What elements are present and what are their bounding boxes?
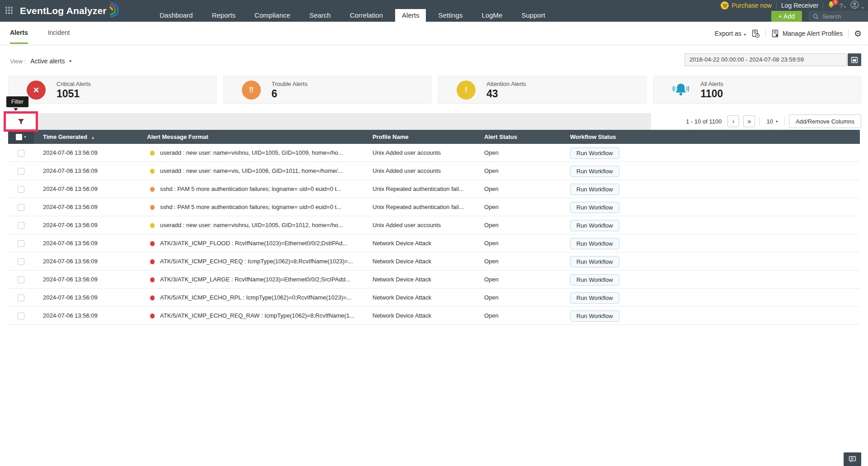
- table-row[interactable]: 2024-07-06 13:56:09 sshd : PAM 5 more au…: [8, 198, 860, 216]
- nav-item-correlation[interactable]: Correlation: [343, 9, 390, 22]
- next-page-button[interactable]: ›: [727, 115, 739, 127]
- row-checkbox[interactable]: [18, 150, 24, 157]
- export-as-button[interactable]: Export as ▾: [715, 30, 746, 37]
- nav-item-logme[interactable]: LogMe: [475, 9, 509, 22]
- run-workflow-button[interactable]: Run Workflow: [570, 166, 619, 177]
- nav-item-reports[interactable]: Reports: [205, 9, 242, 22]
- row-message[interactable]: ATK/5/ATK_ICMP_ECHO_REQ : IcmpType(1062)…: [160, 252, 373, 271]
- nav-item-alerts[interactable]: Alerts: [395, 9, 426, 22]
- caret-down-icon: ▾: [862, 6, 863, 10]
- nav-item-search[interactable]: Search: [302, 9, 338, 22]
- pagination-range: 1 - 10 of 1100: [686, 118, 722, 125]
- brand[interactable]: EventLog Analyzer: [20, 0, 120, 22]
- header-search-box[interactable]: [808, 11, 868, 22]
- add-button[interactable]: + Add: [771, 11, 802, 22]
- run-workflow-button[interactable]: Run Workflow: [570, 202, 619, 213]
- apps-grid-icon[interactable]: [5, 7, 13, 14]
- run-workflow-button[interactable]: Run Workflow: [570, 238, 619, 249]
- row-workflow-cell: Run Workflow: [570, 180, 706, 198]
- run-workflow-button[interactable]: Run Workflow: [570, 310, 619, 322]
- run-workflow-button[interactable]: Run Workflow: [570, 256, 619, 267]
- page-size-selector[interactable]: 10▾: [766, 118, 777, 125]
- nav-item-dashboard[interactable]: Dashboard: [153, 9, 199, 22]
- nav-item-compliance[interactable]: Compliance: [248, 9, 297, 22]
- row-message[interactable]: sshd : PAM 5 more authentication failure…: [160, 180, 373, 198]
- row-message[interactable]: ATK/3/ATK_ICMP_LARGE : RcvIfName(1023)=E…: [160, 271, 373, 289]
- row-checkbox[interactable]: [18, 276, 24, 283]
- schedule-export-icon[interactable]: [751, 29, 760, 38]
- cart-icon: [721, 1, 729, 10]
- col-header-workflow-status[interactable]: Workflow Status: [570, 130, 616, 144]
- all-alerts-bell-icon: [672, 82, 690, 98]
- purchase-now-link[interactable]: Purchase now: [721, 1, 772, 10]
- all-alerts-card[interactable]: All Alerts 1100: [653, 76, 862, 104]
- row-message[interactable]: ATK/5/ATK_ICMP_ECHO_REQ_RAW : IcmpType(1…: [160, 307, 373, 325]
- manage-alert-profiles-button[interactable]: Manage Alert Profiles: [771, 29, 843, 38]
- date-range-picker: 2016-04-22 00:00:00 - 2024-07-08 23:59:5…: [684, 53, 861, 66]
- table-row[interactable]: 2024-07-06 13:56:09 ATK/5/ATK_ICMP_ECHO_…: [8, 289, 860, 307]
- run-workflow-button[interactable]: Run Workflow: [570, 147, 619, 159]
- row-message[interactable]: ATK/3/ATK_ICMP_FLOOD : RcvIfName(1023)=E…: [160, 234, 373, 252]
- help-menu[interactable]: ?▾: [839, 2, 845, 10]
- row-message[interactable]: sshd : PAM 5 more authentication failure…: [160, 198, 373, 216]
- filter-button-highlighted[interactable]: [4, 111, 38, 132]
- main-nav: DashboardReportsComplianceSearchCorrelat…: [150, 0, 555, 22]
- view-selector[interactable]: Active alerts: [30, 57, 65, 65]
- row-checkbox[interactable]: [18, 240, 24, 247]
- row-checkbox[interactable]: [18, 222, 24, 229]
- row-time: 2024-07-06 13:56:09: [43, 271, 138, 289]
- caret-down-icon[interactable]: ▾: [69, 59, 71, 63]
- row-message[interactable]: useradd : new user: name=vis, UID=1006, …: [160, 162, 373, 180]
- date-range-value[interactable]: 2016-04-22 00:00:00 - 2024-07-08 23:59:5…: [684, 53, 847, 66]
- severity-dot-cell: [150, 162, 156, 180]
- select-all-checkbox[interactable]: [16, 134, 22, 140]
- table-row[interactable]: 2024-07-06 13:56:09 ATK/3/ATK_ICMP_FLOOD…: [8, 234, 860, 252]
- table-row[interactable]: 2024-07-06 13:56:09 useradd : new user: …: [8, 216, 860, 234]
- attention-alerts-card[interactable]: ! Attention Alerts 43: [438, 76, 646, 104]
- row-checkbox[interactable]: [18, 204, 24, 211]
- row-message[interactable]: useradd : new user: name=vishnu, UID=100…: [160, 144, 373, 162]
- col-header-alert-status[interactable]: Alert Status: [484, 130, 517, 144]
- table-row[interactable]: 2024-07-06 13:56:09 useradd : new user: …: [8, 162, 860, 180]
- settings-gear-icon[interactable]: ⚙: [854, 29, 862, 39]
- chat-support-button[interactable]: [844, 452, 861, 466]
- log-receiver-link[interactable]: Log Receiver: [781, 2, 819, 9]
- table-row[interactable]: 2024-07-06 13:56:09 useradd : new user: …: [8, 144, 860, 162]
- tab-incident[interactable]: Incident: [48, 22, 70, 44]
- user-menu[interactable]: ▾: [850, 0, 863, 10]
- add-remove-columns-button[interactable]: Add/Remove Columns: [789, 114, 861, 128]
- critical-alerts-card[interactable]: ✕ Critical Alerts 1051: [8, 76, 217, 104]
- row-message[interactable]: ATK/5/ATK_ICMP_ECHO_RPL : IcmpType(1062)…: [160, 289, 373, 307]
- table-row[interactable]: 2024-07-06 13:56:09 sshd : PAM 5 more au…: [8, 180, 860, 198]
- row-checkbox[interactable]: [18, 258, 24, 265]
- run-workflow-button[interactable]: Run Workflow: [570, 274, 619, 285]
- card-label: Trouble Alerts: [272, 81, 308, 87]
- row-checkbox[interactable]: [18, 186, 24, 193]
- notifications-bell-icon[interactable]: 5: [828, 1, 835, 10]
- col-header-alert-message-format[interactable]: Alert Message Format: [147, 130, 208, 144]
- col-header-profile-name[interactable]: Profile Name: [373, 130, 408, 144]
- run-workflow-button[interactable]: Run Workflow: [570, 184, 619, 195]
- nav-item-settings[interactable]: Settings: [431, 9, 469, 22]
- row-time: 2024-07-06 13:56:09: [43, 307, 138, 325]
- search-input[interactable]: [822, 13, 863, 20]
- row-checkbox[interactable]: [18, 168, 24, 175]
- row-message[interactable]: useradd : new user: name=vishnu, UID=100…: [160, 216, 373, 234]
- col-header-time-generated[interactable]: Time Generated▲: [43, 130, 95, 144]
- row-check-cell: [8, 216, 34, 234]
- table-row[interactable]: 2024-07-06 13:56:09 ATK/5/ATK_ICMP_ECHO_…: [8, 252, 860, 271]
- run-workflow-button[interactable]: Run Workflow: [570, 292, 619, 304]
- run-workflow-button[interactable]: Run Workflow: [570, 220, 619, 231]
- last-page-button[interactable]: »: [743, 115, 755, 127]
- calendar-button[interactable]: [848, 53, 861, 66]
- tab-alerts[interactable]: Alerts: [10, 22, 28, 44]
- table-row[interactable]: 2024-07-06 13:56:09 ATK/3/ATK_ICMP_LARGE…: [8, 271, 860, 289]
- row-checkbox[interactable]: [18, 313, 24, 319]
- table-row[interactable]: 2024-07-06 13:56:09 ATK/5/ATK_ICMP_ECHO_…: [8, 307, 860, 325]
- row-status: Open: [484, 198, 561, 216]
- row-checkbox[interactable]: [18, 295, 24, 301]
- nav-item-support[interactable]: Support: [514, 9, 552, 22]
- caret-down-icon[interactable]: ▾: [24, 130, 26, 144]
- trouble-alerts-card[interactable]: !! Trouble Alerts 6: [223, 76, 432, 104]
- divider: [848, 29, 849, 38]
